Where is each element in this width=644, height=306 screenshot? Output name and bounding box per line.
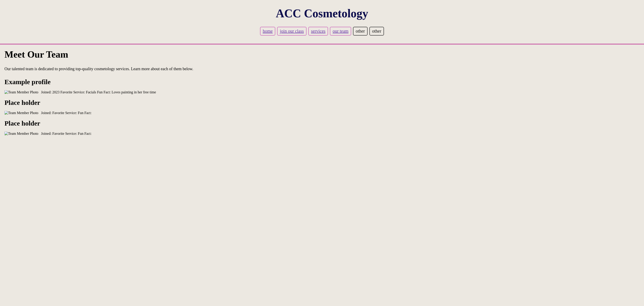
member-name: Place holder [4,99,640,106]
nav-link-join-our-class[interactable]: join our class [277,27,306,36]
nav-link-home[interactable]: home [260,27,275,36]
nav-link-our-team[interactable]: our team [330,27,351,36]
team-member: Place holderJoined: Favorite Service: Fu… [4,99,640,115]
member-details: Joined: Favorite Service: Fun Fact: [41,132,92,136]
member-photo [4,90,38,94]
nav-link-services[interactable]: services [308,27,328,36]
main-nav: homejoin our classservicesour teamothero… [4,27,640,39]
team-container: Example profileJoined: 2023 Favorite Ser… [4,78,640,136]
member-name: Place holder [4,119,640,127]
member-info: Joined: 2023 Favorite Service: Facials F… [4,90,640,94]
member-info: Joined: Favorite Service: Fun Fact: [4,132,640,136]
member-details: Joined: Favorite Service: Fun Fact: [41,111,92,115]
member-photo [4,132,38,136]
member-info: Joined: Favorite Service: Fun Fact: [4,111,640,115]
site-header: ACC Cosmetology homejoin our classservic… [0,0,644,45]
site-title: ACC Cosmetology [4,7,640,20]
team-member: Example profileJoined: 2023 Favorite Ser… [4,78,640,94]
nav-other: other [370,27,384,36]
nav-other: other [353,27,368,36]
member-photo [4,111,38,115]
page-title: Meet Our Team [4,49,640,60]
member-details: Joined: 2023 Favorite Service: Facials F… [41,90,156,94]
intro-text: Our talented team is dedicated to provid… [4,67,640,71]
main-content: Meet Our Team Our talented team is dedic… [0,45,644,145]
member-name: Example profile [4,78,640,86]
team-member: Place holderJoined: Favorite Service: Fu… [4,119,640,136]
